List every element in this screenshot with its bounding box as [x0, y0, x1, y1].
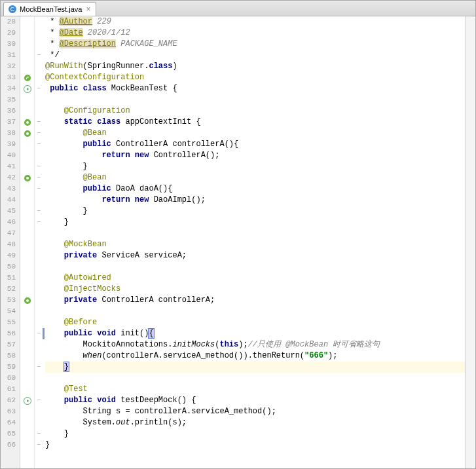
code-line[interactable]: * @Date 2020/1/12	[45, 28, 465, 39]
code-line[interactable]: * @Description PACKAGE_NAME	[45, 39, 465, 50]
line-number[interactable]: 45	[1, 206, 16, 217]
bean-gutter-icon[interactable]	[20, 128, 34, 139]
run-gutter-icon[interactable]	[20, 395, 34, 406]
code-line[interactable]: public void testDeepMock() {	[45, 395, 465, 406]
line-number[interactable]: 40	[1, 150, 16, 161]
code-line[interactable]: @Bean	[45, 172, 465, 183]
line-number[interactable]: 62	[1, 395, 16, 406]
code-line[interactable]: public void init(){	[43, 328, 465, 339]
spring-gutter-icon[interactable]	[20, 72, 34, 83]
line-number[interactable]: 36	[1, 105, 16, 117]
fold-toggle[interactable]: −	[35, 395, 43, 406]
line-number[interactable]: 51	[1, 272, 16, 284]
code-line[interactable]: public class MockBeanTest {	[45, 83, 465, 94]
fold-toggle[interactable]: −	[35, 161, 43, 172]
code-line[interactable]: @RunWith(SpringRunner.class)	[45, 61, 465, 72]
bean-gutter-icon[interactable]	[20, 172, 34, 183]
line-number[interactable]: 57	[1, 339, 16, 350]
code-line[interactable]: String s = controllerA.serviceA_method()…	[45, 406, 465, 417]
file-tab[interactable]: C MockBeanTest.java ×	[3, 2, 96, 16]
line-number[interactable]: 33	[1, 72, 16, 83]
line-number[interactable]: 43	[1, 183, 16, 195]
line-number[interactable]: 58	[1, 350, 16, 362]
code-line[interactable]	[45, 94, 465, 105]
fold-toggle[interactable]: −	[35, 362, 43, 373]
fold-toggle[interactable]: −	[35, 328, 43, 339]
line-number[interactable]: 42	[1, 172, 16, 183]
code-line[interactable]: static class appContextInit {	[45, 117, 465, 128]
line-number[interactable]: 44	[1, 195, 16, 206]
code-content[interactable]: * @Author 229 * @Date 2020/1/12 * @Descr…	[43, 16, 465, 468]
line-number[interactable]: 46	[1, 217, 16, 228]
code-line[interactable]: return new DaoAImpl();	[45, 195, 465, 206]
code-line[interactable]	[45, 373, 465, 384]
code-line[interactable]: when(controllerA.serviceA_method()).then…	[45, 350, 465, 362]
code-line[interactable]: @Autowired	[45, 272, 465, 284]
line-number[interactable]: 49	[1, 250, 16, 261]
code-line[interactable]: private ControllerA controllerA;	[45, 295, 465, 306]
line-number[interactable]: 35	[1, 94, 16, 105]
code-line[interactable]: }	[45, 428, 465, 440]
code-line[interactable]: System.out.println(s);	[45, 417, 465, 428]
line-number[interactable]: 61	[1, 384, 16, 395]
fold-toggle[interactable]: −	[35, 183, 43, 195]
line-number[interactable]: 28	[1, 16, 16, 28]
bean-gutter-icon[interactable]	[20, 295, 34, 306]
fold-toggle[interactable]: −	[35, 206, 43, 217]
fold-toggle[interactable]: −	[35, 217, 43, 228]
run-gutter-icon[interactable]	[20, 83, 34, 94]
code-line[interactable]: @Bean	[45, 128, 465, 139]
code-line[interactable]: @ContextConfiguration	[45, 72, 465, 83]
line-number[interactable]: 31	[1, 50, 16, 61]
fold-toggle[interactable]: −	[35, 428, 43, 440]
code-line[interactable]	[45, 261, 465, 272]
line-number[interactable]: 41	[1, 161, 16, 172]
code-line[interactable]: @MockBean	[45, 239, 465, 250]
line-number-gutter[interactable]: 2829303132333435363738394041424344454647…	[1, 16, 20, 468]
close-icon[interactable]: ×	[84, 5, 92, 14]
bean-gutter-icon[interactable]	[20, 117, 34, 128]
line-number[interactable]: 38	[1, 128, 16, 139]
code-line[interactable]: MockitoAnnotations.initMocks(this);//只使用…	[45, 339, 465, 350]
code-line[interactable]: public DaoA daoA(){	[45, 183, 465, 195]
line-number[interactable]: 32	[1, 61, 16, 72]
code-line[interactable]	[45, 228, 465, 239]
fold-toggle[interactable]: −	[35, 172, 43, 183]
code-line[interactable]: }	[45, 440, 465, 451]
code-line[interactable]	[45, 306, 465, 317]
line-number[interactable]: 64	[1, 417, 16, 428]
line-number[interactable]: 37	[1, 117, 16, 128]
code-line[interactable]: @Test	[45, 384, 465, 395]
fold-toggle[interactable]: −	[35, 50, 43, 61]
fold-toggle[interactable]: −	[35, 440, 43, 451]
line-number[interactable]: 39	[1, 139, 16, 150]
line-number[interactable]: 65	[1, 428, 16, 440]
line-number[interactable]: 34	[1, 83, 16, 94]
code-line[interactable]: @Before	[45, 317, 465, 328]
line-number[interactable]: 59	[1, 362, 16, 373]
code-line[interactable]: }	[45, 161, 465, 172]
fold-column[interactable]: −−−−−−−−−−−−−−−	[35, 16, 43, 468]
fold-toggle[interactable]: −	[35, 128, 43, 139]
line-number[interactable]: 29	[1, 28, 16, 39]
fold-toggle[interactable]: −	[35, 83, 43, 94]
line-number[interactable]: 60	[1, 373, 16, 384]
fold-toggle[interactable]: −	[35, 139, 43, 150]
fold-toggle[interactable]: −	[35, 117, 43, 128]
line-number[interactable]: 56	[1, 328, 16, 339]
code-line[interactable]: * @Author 229	[45, 16, 465, 28]
line-number[interactable]: 54	[1, 306, 16, 317]
code-line[interactable]: @InjectMocks	[45, 284, 465, 295]
line-number[interactable]: 53	[1, 295, 16, 306]
code-line[interactable]: @Configuration	[45, 105, 465, 117]
code-line[interactable]: public ControllerA controllerA(){	[45, 139, 465, 150]
code-line[interactable]: }	[45, 217, 465, 228]
line-number[interactable]: 30	[1, 39, 16, 50]
code-line[interactable]: }	[45, 206, 465, 217]
line-number[interactable]: 55	[1, 317, 16, 328]
code-line[interactable]: }	[45, 362, 465, 373]
gutter-icon-column[interactable]	[20, 16, 35, 468]
line-number[interactable]: 47	[1, 228, 16, 239]
code-line[interactable]: */	[45, 50, 465, 61]
scrollbar[interactable]	[465, 16, 475, 468]
